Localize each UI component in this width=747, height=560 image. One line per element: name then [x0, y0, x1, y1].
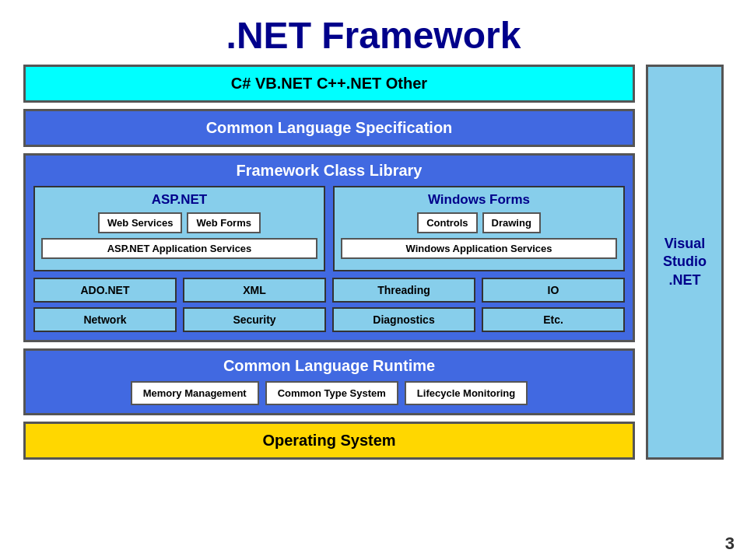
xml-box: XML — [183, 278, 326, 303]
web-forms-box: Web Forms — [187, 212, 261, 233]
fcl-outer: Framework Class Library ASP.NET Web Serv… — [23, 153, 635, 342]
page: .NET Framework C# VB.NET C++.NET Other C… — [0, 0, 747, 560]
web-services-box: Web Services — [98, 212, 182, 233]
adonet-box: ADO.NET — [33, 278, 177, 303]
vs-label: Visual Studio .NET — [648, 235, 721, 289]
aspnet-row2: ASP.NET Application Services — [41, 238, 317, 259]
clr-outer: Common Language Runtime Memory Managemen… — [23, 348, 635, 415]
aspnet-app-services-box: ASP.NET Application Services — [41, 238, 317, 259]
clr-title: Common Language Runtime — [33, 357, 625, 375]
vs-panel: Visual Studio .NET — [646, 65, 724, 460]
memory-management-box: Memory Management — [131, 381, 259, 405]
aspnet-title: ASP.NET — [41, 192, 317, 208]
clr-inner-row: Memory Management Common Type System Lif… — [33, 381, 625, 405]
aspnet-row1: Web Services Web Forms — [41, 212, 317, 233]
winforms-row1: Controls Drawing — [341, 212, 617, 233]
fcl-mid-row: ADO.NET XML Threading IO — [33, 278, 625, 303]
winforms-title: Windows Forms — [341, 192, 617, 208]
aspnet-panel: ASP.NET Web Services Web Forms ASP.NET A… — [33, 186, 325, 271]
diagnostics-box: Diagnostics — [332, 307, 475, 332]
fcl-panels-row: ASP.NET Web Services Web Forms ASP.NET A… — [33, 186, 625, 271]
cls-box: Common Language Specification — [23, 109, 635, 147]
security-box: Security — [183, 307, 326, 332]
etc-box: Etc. — [482, 307, 625, 332]
win-app-services-box: Windows Application Services — [341, 238, 617, 259]
os-box: Operating System — [23, 422, 635, 460]
left-column: C# VB.NET C++.NET Other Common Language … — [23, 65, 635, 460]
common-type-system-box: Common Type System — [265, 381, 398, 405]
drawing-box: Drawing — [482, 212, 541, 233]
winforms-panel: Windows Forms Controls Drawing Windows A… — [333, 186, 625, 271]
fcl-bot-row: Network Security Diagnostics Etc. — [33, 307, 625, 332]
page-number: 3 — [725, 534, 735, 554]
io-box: IO — [482, 278, 625, 303]
languages-box: C# VB.NET C++.NET Other — [23, 65, 635, 103]
controls-box: Controls — [417, 212, 477, 233]
lifecycle-monitoring-box: Lifecycle Monitoring — [405, 381, 528, 405]
threading-box: Threading — [332, 278, 475, 303]
network-box: Network — [33, 307, 177, 332]
winforms-row2: Windows Application Services — [341, 238, 617, 259]
fcl-title: Framework Class Library — [33, 162, 625, 180]
main-area: C# VB.NET C++.NET Other Common Language … — [0, 65, 747, 460]
page-title: .NET Framework — [0, 0, 747, 65]
